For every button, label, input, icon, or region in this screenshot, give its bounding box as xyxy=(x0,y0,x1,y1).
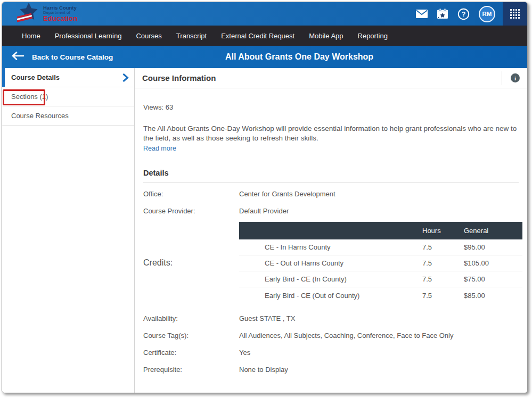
credit-price: $95.00 xyxy=(464,243,522,251)
credit-price: $85.00 xyxy=(464,292,522,300)
field-value: Center for Grants Development xyxy=(239,190,519,198)
user-avatar[interactable]: RM xyxy=(479,6,495,22)
main-panel: Course Information Views: 63 The All Abo… xyxy=(135,68,527,393)
nav-item-reporting[interactable]: Reporting xyxy=(358,32,388,40)
nav-item-professional-learning[interactable]: Professional Learning xyxy=(55,32,122,40)
credit-price: $105.00 xyxy=(464,259,522,267)
back-arrow-icon xyxy=(11,51,24,63)
panel-header-actions xyxy=(502,68,520,88)
app-window: Harris County Department of Education xyxy=(2,2,528,393)
sidebar: Course Details Sections (1) Course Resou… xyxy=(2,68,135,393)
credit-hours: 7.5 xyxy=(422,259,464,267)
field-row-office: Office: Center for Grants Development xyxy=(143,185,519,202)
credit-name: Early Bird - CE (In County) xyxy=(239,275,422,283)
table-row: Early Bird - CE (In County) 7.5 $75.00 xyxy=(239,271,522,287)
nav-item-external-credit-request[interactable]: External Credit Request xyxy=(221,32,294,40)
vertical-divider xyxy=(502,71,502,85)
logo-text: Harris County Department of Education xyxy=(43,5,78,22)
sidebar-item-label: Course Details xyxy=(11,73,60,81)
sidebar-item-sections[interactable]: Sections (1) xyxy=(2,87,134,106)
field-label: Office: xyxy=(143,190,239,198)
field-label: Credits: xyxy=(143,258,239,268)
calendar-icon[interactable] xyxy=(437,9,448,19)
course-description: The All About Grants One-Day Workshop wi… xyxy=(143,124,519,143)
sidebar-item-course-details[interactable]: Course Details xyxy=(2,68,134,87)
credits-table: Hours General CE - In Harris County 7.5 … xyxy=(239,222,522,303)
nav-item-mobile-app[interactable]: Mobile App xyxy=(309,32,343,40)
field-value: Guest STATE , TX xyxy=(239,314,519,322)
field-row-course-provider: Course Provider: Default Provider xyxy=(143,202,519,219)
panel-header: Course Information xyxy=(135,68,527,88)
credit-price: $75.00 xyxy=(464,275,522,283)
mail-icon[interactable] xyxy=(416,10,428,18)
info-icon[interactable] xyxy=(511,73,520,82)
credit-hours: 7.5 xyxy=(422,243,464,251)
field-row-course-tags: Course Tag(s): All Audiences, All Subjec… xyxy=(143,327,519,344)
content-area: Course Details Sections (1) Course Resou… xyxy=(2,68,527,393)
credits-table-header: Hours General xyxy=(239,222,522,239)
credit-name: CE - Out of Harris County xyxy=(239,259,422,267)
help-icon[interactable]: ? xyxy=(457,8,470,20)
back-label: Back to Course Catalog xyxy=(32,53,113,61)
details-heading: Details xyxy=(143,169,519,183)
column-header-general: General xyxy=(464,227,522,235)
chevron-right-icon xyxy=(122,73,129,84)
title-bar: All About Grants One Day Workshop Back t… xyxy=(2,46,527,68)
sidebar-item-label: Course Resources xyxy=(11,112,69,120)
table-row: CE - In Harris County 7.5 $95.00 xyxy=(239,239,522,255)
hcde-star-flag-icon xyxy=(17,2,40,26)
field-row-availability: Availability: Guest STATE , TX xyxy=(143,310,519,327)
logo-line3: Education xyxy=(43,15,78,22)
read-more-link[interactable]: Read more xyxy=(143,145,176,152)
field-value: None to Display xyxy=(239,366,519,374)
field-row-certificate: Certificate: Yes xyxy=(143,344,519,361)
field-row-credits: Credits: Hours General CE - In Harris Co… xyxy=(143,222,519,303)
sidebar-item-course-resources[interactable]: Course Resources xyxy=(2,106,134,126)
details-fields-group: Availability: Guest STATE , TX Course Ta… xyxy=(143,310,519,378)
svg-text:?: ? xyxy=(462,11,466,18)
apps-grid-icon xyxy=(510,9,520,19)
credit-name: Early Bird - CE (Out of County) xyxy=(239,292,422,300)
field-row-prerequisite: Prerequisite: None to Display xyxy=(143,361,519,378)
credit-hours: 7.5 xyxy=(422,292,464,300)
table-row: Early Bird - CE (Out of County) 7.5 $85.… xyxy=(239,287,522,303)
apps-grid-button[interactable] xyxy=(503,2,527,26)
field-label: Certificate: xyxy=(143,349,239,356)
header-actions: ? RM xyxy=(416,2,527,26)
table-row: CE - Out of Harris County 7.5 $105.00 xyxy=(239,255,522,271)
top-header: Harris County Department of Education xyxy=(2,2,527,26)
nav-item-courses[interactable]: Courses xyxy=(136,32,161,40)
field-label: Course Provider: xyxy=(143,207,239,215)
panel-title: Course Information xyxy=(142,73,216,82)
sidebar-item-label: Sections (1) xyxy=(11,93,48,101)
back-to-course-catalog-button[interactable]: Back to Course Catalog xyxy=(11,51,113,63)
field-label: Course Tag(s): xyxy=(143,331,239,339)
hcde-logo[interactable]: Harris County Department of Education xyxy=(17,2,78,26)
nav-item-home[interactable]: Home xyxy=(22,32,40,40)
nav-item-transcript[interactable]: Transcript xyxy=(176,32,207,40)
field-label: Availability: xyxy=(143,314,239,322)
column-header-hours: Hours xyxy=(422,227,464,235)
credit-name: CE - In Harris County xyxy=(239,243,422,251)
field-label: Prerequisite: xyxy=(143,366,239,374)
credit-hours: 7.5 xyxy=(422,275,464,283)
field-value: All Audiences, All Subjects, Coaching, C… xyxy=(239,331,519,339)
field-value: Yes xyxy=(239,349,519,356)
field-value: Default Provider xyxy=(239,207,519,215)
panel-body: Views: 63 The All About Grants One-Day W… xyxy=(135,88,527,378)
main-nav: Home Professional Learning Courses Trans… xyxy=(2,26,527,46)
views-count: Views: 63 xyxy=(143,103,519,111)
